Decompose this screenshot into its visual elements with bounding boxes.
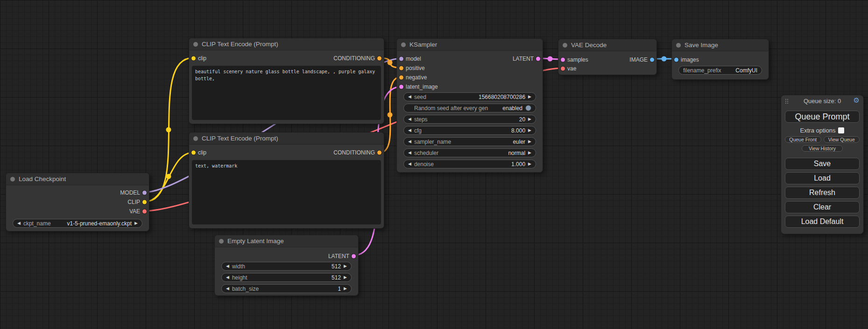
scheduler-widget[interactable]: ◀ scheduler normal ▶	[403, 148, 536, 157]
view-history-button[interactable]: View History	[802, 145, 843, 152]
increment-arrow-icon[interactable]: ▶	[528, 140, 531, 144]
vae-port-icon[interactable]	[142, 210, 147, 214]
latent-port-icon[interactable]	[536, 57, 540, 61]
node-clip-text-encode-positive[interactable]: CLIP Text Encode (Prompt) clip CONDITION…	[189, 38, 384, 124]
load-default-button[interactable]: Load Default	[785, 216, 860, 228]
latent-port-icon[interactable]	[561, 57, 565, 62]
width-widget[interactable]: ◀ width 512 ▶	[221, 262, 352, 271]
node-title-bar[interactable]: Load Checkpoint	[6, 173, 149, 185]
link-dot-clip2[interactable]	[166, 174, 171, 179]
conditioning-port-icon[interactable]	[377, 151, 381, 155]
collapse-dot-icon[interactable]	[10, 177, 15, 182]
decrement-arrow-icon[interactable]: ◀	[17, 221, 21, 225]
image-port-icon[interactable]	[674, 57, 678, 62]
decrement-arrow-icon[interactable]: ◀	[408, 95, 411, 99]
collapse-dot-icon[interactable]	[193, 42, 198, 47]
extra-options-checkbox[interactable]	[838, 127, 844, 133]
refresh-button[interactable]: Refresh	[785, 187, 860, 199]
node-load-checkpoint[interactable]: Load Checkpoint MODEL CLIP VAE ◀ ckpt_na…	[6, 173, 149, 231]
decrement-arrow-icon[interactable]: ◀	[226, 264, 229, 268]
link-dot-clip1[interactable]	[166, 127, 171, 133]
filename-prefix-widget[interactable]: filename_prefix ComfyUI	[678, 66, 762, 75]
node-title-bar[interactable]: Save Image	[672, 39, 769, 51]
image-port-icon[interactable]	[650, 57, 654, 62]
queue-front-button[interactable]: Queue Front	[785, 136, 821, 143]
sampler-name-widget[interactable]: ◀ sampler_name euler ▶	[403, 137, 536, 146]
decrement-arrow-icon[interactable]: ◀	[408, 140, 411, 144]
input-slot-vae[interactable]: vae	[558, 64, 656, 73]
prompt-textarea[interactable]: text, watermark	[192, 160, 381, 224]
view-queue-button[interactable]: View Queue	[824, 136, 860, 143]
clip-conditioning-row[interactable]: clip CONDITIONING	[189, 149, 384, 156]
clip-port-icon[interactable]	[191, 151, 196, 155]
output-slot-clip[interactable]: CLIP	[6, 197, 149, 207]
clip-port-icon[interactable]	[191, 56, 196, 61]
model-port-icon[interactable]	[399, 57, 403, 61]
conditioning-port-icon[interactable]	[377, 56, 381, 61]
node-title-bar[interactable]: CLIP Text Encode (Prompt)	[189, 38, 384, 50]
input-slot-negative[interactable]: negative	[397, 73, 543, 82]
settings-gear-icon[interactable]: ⚙	[854, 97, 860, 104]
denoise-widget[interactable]: ◀ denoise 1.000 ▶	[403, 160, 536, 168]
latent-port-icon[interactable]	[352, 254, 356, 258]
node-title-bar[interactable]: Empty Latent Image	[215, 235, 358, 247]
node-clip-text-encode-negative[interactable]: CLIP Text Encode (Prompt) clip CONDITION…	[189, 132, 384, 229]
link-dot-cond1[interactable]	[388, 60, 393, 65]
input-slot-images[interactable]: images	[672, 55, 769, 64]
collapse-dot-icon[interactable]	[563, 43, 567, 48]
ckpt-name-widget[interactable]: ◀ ckpt_name v1-5-pruned-emaonly.ckpt ▶	[13, 219, 142, 228]
node-vae-decode[interactable]: VAE Decode samples IMAGE vae	[558, 39, 657, 75]
height-widget[interactable]: ◀ height 512 ▶	[221, 273, 352, 282]
clip-port-icon[interactable]	[142, 200, 147, 204]
decrement-arrow-icon[interactable]: ◀	[408, 117, 411, 121]
steps-widget[interactable]: ◀ steps 20 ▶	[403, 115, 536, 124]
increment-arrow-icon[interactable]: ▶	[528, 151, 531, 155]
link-dot-image[interactable]	[662, 56, 667, 62]
node-canvas[interactable]: Load Checkpoint MODEL CLIP VAE ◀ ckpt_na…	[0, 0, 868, 329]
clip-conditioning-row[interactable]: clip CONDITIONING	[189, 55, 384, 62]
prompt-textarea[interactable]: beautiful scenery nature glass bottle la…	[192, 66, 381, 120]
node-title-bar[interactable]: CLIP Text Encode (Prompt)	[189, 133, 384, 145]
conditioning-port-icon[interactable]	[399, 66, 403, 70]
increment-arrow-icon[interactable]: ▶	[528, 128, 531, 133]
samples-image-row[interactable]: samples IMAGE	[558, 55, 656, 64]
random-seed-toggle-widget[interactable]: Random seed after every gen enabled	[403, 104, 536, 112]
collapse-dot-icon[interactable]	[676, 43, 681, 48]
increment-arrow-icon[interactable]: ▶	[528, 117, 531, 121]
increment-arrow-icon[interactable]: ▶	[134, 221, 138, 225]
collapse-dot-icon[interactable]	[219, 239, 224, 244]
node-save-image[interactable]: Save Image images filename_prefix ComfyU…	[671, 39, 769, 80]
increment-arrow-icon[interactable]: ▶	[344, 264, 347, 268]
decrement-arrow-icon[interactable]: ◀	[408, 151, 411, 155]
drag-handle-icon[interactable]	[785, 99, 789, 105]
input-slot-positive[interactable]: positive	[397, 63, 543, 73]
seed-widget[interactable]: ◀ seed 156680208700286 ▶	[403, 92, 536, 101]
decrement-arrow-icon[interactable]: ◀	[226, 287, 229, 291]
toggle-on-icon[interactable]	[525, 105, 531, 111]
increment-arrow-icon[interactable]: ▶	[528, 162, 531, 166]
node-title-bar[interactable]: VAE Decode	[558, 39, 656, 51]
increment-arrow-icon[interactable]: ▶	[528, 95, 531, 99]
link-dot-latent[interactable]	[548, 56, 553, 62]
output-slot-latent[interactable]: LATENT	[215, 252, 358, 260]
collapse-dot-icon[interactable]	[193, 136, 198, 141]
cfg-widget[interactable]: ◀ cfg 8.000 ▶	[403, 126, 536, 135]
model-port-icon[interactable]	[142, 191, 147, 195]
node-title-bar[interactable]: KSampler	[397, 39, 543, 51]
decrement-arrow-icon[interactable]: ◀	[226, 275, 229, 280]
link-dot-cond2[interactable]	[388, 112, 393, 118]
node-empty-latent-image[interactable]: Empty Latent Image LATENT ◀ width 512 ▶ …	[214, 235, 359, 296]
queue-prompt-button[interactable]: Queue Prompt	[785, 111, 860, 123]
input-slot-latent-image[interactable]: latent_image	[397, 82, 543, 91]
increment-arrow-icon[interactable]: ▶	[344, 275, 347, 280]
batch-size-widget[interactable]: ◀ batch_size 1 ▶	[221, 284, 352, 293]
decrement-arrow-icon[interactable]: ◀	[408, 162, 411, 166]
node-ksampler[interactable]: KSampler model LATENT positive negative …	[396, 38, 543, 173]
decrement-arrow-icon[interactable]: ◀	[408, 128, 411, 133]
vae-port-icon[interactable]	[561, 66, 565, 70]
save-button[interactable]: Save	[785, 158, 860, 170]
latent-port-icon[interactable]	[399, 85, 403, 89]
conditioning-port-icon[interactable]	[399, 76, 403, 80]
increment-arrow-icon[interactable]: ▶	[344, 287, 347, 291]
load-button[interactable]: Load	[785, 172, 860, 184]
